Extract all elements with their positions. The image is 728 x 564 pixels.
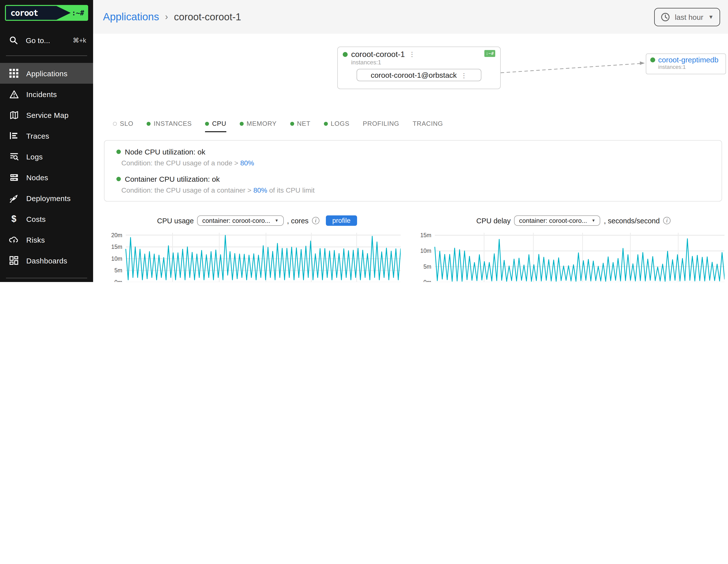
tab-status-dot [147, 122, 151, 126]
cpu-usage-chart: CPU usage container: coroot-coro...▼ , c… [106, 215, 408, 282]
tab-logs[interactable]: LOGS [324, 120, 349, 132]
cpu-checks-card: Node CPU utilization: ok Condition: the … [104, 140, 722, 202]
goto-shortcut: ⌘+k [73, 36, 86, 44]
tab-profiling[interactable]: PROFILING [363, 120, 399, 132]
tab-status-dot [240, 122, 244, 126]
time-range-picker[interactable]: last hour ▼ [654, 8, 720, 26]
grid-icon [9, 69, 19, 78]
threshold-link[interactable]: 80% [240, 159, 254, 167]
svg-text:15m: 15m [111, 244, 122, 250]
app-name: coroot-coroot-1 [351, 50, 405, 59]
threshold-link[interactable]: 80% [253, 186, 267, 194]
svg-text:5m: 5m [423, 263, 431, 270]
sidebar-item-traces[interactable]: Traces [0, 125, 93, 146]
app-card-coroot-coroot-1: coroot-coroot-1 ⋮ :~# instances:1 coroot… [337, 47, 501, 89]
dropdown-caret-icon: ▼ [592, 218, 596, 223]
tab-cpu[interactable]: CPU [205, 120, 226, 132]
upstream-app-link[interactable]: coroot-greptimedb [658, 55, 718, 64]
coroot-logo[interactable]: coroot :~# [5, 5, 88, 21]
sidebar-item-incidents[interactable]: Incidents [0, 84, 93, 104]
info-icon[interactable]: i [663, 217, 671, 224]
sidebar-item-dashboards[interactable]: Dashboards [0, 250, 93, 271]
sidebar: coroot :~# Go to... ⌘+k Applications Inc… [0, 0, 93, 282]
tab-status-dot [205, 122, 209, 126]
sidebar-item-costs[interactable]: $ Costs [0, 208, 93, 229]
time-range-label: last hour [675, 13, 703, 21]
tab-tracing[interactable]: TRACING [413, 120, 443, 132]
sidebar-item-risks[interactable]: Risks [0, 229, 93, 250]
tab-memory[interactable]: MEMORY [240, 120, 277, 132]
svg-text:0m: 0m [114, 279, 122, 282]
chart-title: CPU usage container: coroot-coro...▼ , c… [106, 215, 408, 226]
svg-text:20m: 20m [111, 232, 122, 238]
breadcrumb-current: coroot-coroot-1 [174, 11, 241, 23]
instances-count: instances:1 [658, 64, 722, 70]
tab-status-dot [113, 122, 117, 126]
check-container-cpu: Container CPU utilization: ok Condition:… [112, 175, 714, 194]
svg-text:10m: 10m [111, 256, 122, 262]
svg-text:15m: 15m [420, 232, 431, 238]
chevron-down-icon: ▼ [708, 14, 714, 20]
dashboards-icon [9, 256, 19, 265]
check-status-dot [116, 177, 121, 181]
search-icon [9, 35, 18, 45]
profile-button[interactable]: profile [326, 215, 357, 226]
breadcrumb-separator: › [165, 12, 168, 22]
status-dot [343, 52, 348, 57]
sidebar-item-service-map[interactable]: Service Map [0, 104, 93, 125]
kebab-menu-icon[interactable]: ⋮ [409, 51, 415, 58]
sidebar-item-nodes[interactable]: Nodes [0, 167, 93, 188]
app-card-coroot-greptimedb: coroot-greptimedb instances:1 [646, 53, 726, 74]
dropdown-caret-icon: ▼ [275, 218, 279, 223]
cpu-delay-chart: CPU delay container: coroot-coro...▼ , s… [415, 215, 728, 282]
dollar-icon: $ [9, 214, 19, 223]
tab-status-dot [324, 122, 328, 126]
logs-icon [9, 152, 19, 161]
container-selector[interactable]: container: coroot-coro...▼ [514, 215, 600, 226]
charts-grid: CPU usage container: coroot-coro...▼ , c… [93, 215, 728, 282]
check-node-cpu: Node CPU utilization: ok Condition: the … [112, 148, 714, 167]
sidebar-item-deployments[interactable]: Deployments [0, 188, 93, 208]
sidebar-item-applications[interactable]: Applications [0, 63, 93, 84]
goto-search[interactable]: Go to... ⌘+k [0, 32, 93, 49]
sidebar-divider [6, 55, 87, 56]
svg-text:10m: 10m [420, 248, 431, 254]
tab-net[interactable]: NET [290, 120, 310, 132]
container-selector[interactable]: container: coroot-coro...▼ [197, 215, 284, 226]
chart-title: CPU delay container: coroot-coro...▼ , s… [415, 215, 728, 226]
sidebar-divider [6, 278, 87, 278]
instance-chip[interactable]: coroot-coroot-1@orbstack ⋮ [357, 69, 481, 81]
goto-label: Go to... [26, 36, 50, 44]
tab-status-dot [290, 122, 294, 126]
info-icon[interactable]: i [312, 217, 319, 224]
check-status-dot [116, 150, 121, 154]
service-map-panel: coroot-coroot-1 ⋮ :~# instances:1 coroot… [93, 47, 728, 107]
status-dot [650, 57, 655, 62]
map-icon [9, 110, 19, 120]
cpu-delay-plot: Jul 3116:1016:2016:3016:400m5m10m15m [415, 230, 728, 282]
svg-text:0m: 0m [423, 279, 431, 282]
svg-text:5m: 5m [114, 267, 122, 274]
main-content: Applications › coroot-coroot-1 last hour… [93, 0, 728, 282]
report-tabs: SLO INSTANCES CPU MEMORY NET LOGS PROFIL… [93, 120, 728, 132]
tab-instances[interactable]: INSTANCES [147, 120, 192, 132]
rocket-icon [9, 193, 19, 203]
kebab-menu-icon[interactable]: ⋮ [461, 72, 467, 79]
breadcrumb-applications[interactable]: Applications [103, 11, 159, 23]
clock-icon [660, 12, 670, 22]
coroot-logo-prompt: :~# [71, 6, 87, 20]
sidebar-item-logs[interactable]: Logs [0, 146, 93, 167]
header: Applications › coroot-coroot-1 last hour… [93, 0, 728, 34]
traces-icon [9, 131, 19, 140]
warning-icon [9, 89, 19, 99]
instances-count: instances:1 [351, 59, 495, 66]
coroot-logo-text: coroot [6, 6, 71, 20]
cpu-usage-plot: Jul 3116:1016:2016:3016:400m5m10m15m20m [106, 230, 408, 282]
tab-slo[interactable]: SLO [113, 120, 133, 132]
terminal-badge: :~# [484, 50, 495, 57]
nodes-icon [9, 173, 19, 182]
cloud-bolt-icon [9, 235, 19, 244]
